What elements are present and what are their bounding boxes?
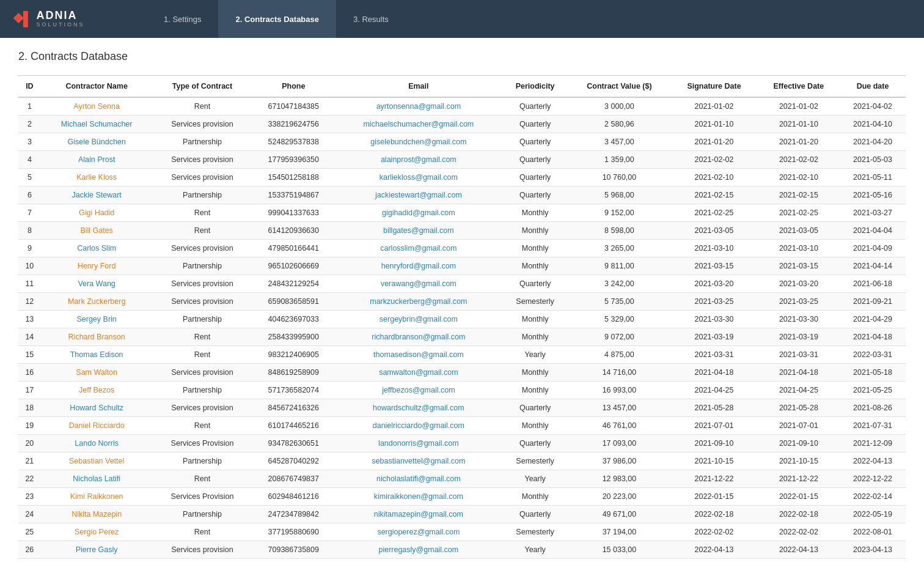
email-cell: howardschultz@gmail.com xyxy=(335,399,502,417)
nav-tabs: 1. Settings2. Contracts Database3. Resul… xyxy=(147,0,406,38)
tab-contracts[interactable]: 2. Contracts Database xyxy=(218,0,336,38)
brand-name: ADNIA xyxy=(37,10,85,22)
cell-3: 848619258909 xyxy=(252,364,335,382)
email-link[interactable]: ayrtonsenna@gmail.com xyxy=(376,102,461,111)
email-cell: pierregasly@gmail.com xyxy=(335,541,502,559)
cell-9: 2021-04-02 xyxy=(840,97,906,116)
email-link[interactable]: gigihadid@gmail.com xyxy=(382,209,455,217)
cell-7: 2022-04-13 xyxy=(670,541,757,559)
email-link[interactable]: henryford@gmail.com xyxy=(381,262,456,270)
cell-3: 258433995900 xyxy=(252,328,335,346)
cell-6: 3 000,00 xyxy=(568,97,671,116)
email-link[interactable]: verawang@gmail.com xyxy=(381,279,457,288)
email-link[interactable]: richardbranson@gmail.com xyxy=(372,333,465,341)
email-link[interactable]: alainprost@gmail.com xyxy=(381,155,457,164)
email-link[interactable]: danielricciardo@gmail.com xyxy=(373,421,464,430)
cell-8: 2021-01-20 xyxy=(758,133,840,151)
contractor-name: Jackie Stewart xyxy=(41,186,153,204)
col-header-email: Email xyxy=(335,76,502,98)
email-cell: sergeybrin@gmail.com xyxy=(335,311,502,328)
contractor-name: Jeff Bezos xyxy=(41,382,153,399)
table-row: 6Jackie StewartPartnership153375194867ja… xyxy=(18,186,906,204)
email-link[interactable]: jackiestewart@gmail.com xyxy=(375,191,462,199)
col-header-periodicity: Periodicity xyxy=(502,76,568,98)
cell-7: 2021-02-25 xyxy=(670,204,757,222)
contractor-name: Daniel Ricciardo xyxy=(41,417,153,435)
cell-0: 14 xyxy=(18,328,41,346)
cell-5: Yearly xyxy=(502,346,568,364)
cell-6: 13 457,00 xyxy=(568,399,671,417)
email-cell: sergioperez@gmail.com xyxy=(335,523,502,541)
cell-9: 2021-05-25 xyxy=(840,382,906,399)
contractor-name: Bill Gates xyxy=(41,222,153,240)
cell-5: Monthly xyxy=(502,204,568,222)
email-link[interactable]: jeffbezos@gmail.com xyxy=(382,386,455,394)
contractor-name: Ayrton Senna xyxy=(41,97,153,116)
cell-2: Rent xyxy=(153,346,252,364)
email-cell: jeffbezos@gmail.com xyxy=(335,382,502,399)
cell-2: Services provision xyxy=(153,116,252,133)
cell-5: Yearly xyxy=(502,470,568,488)
cell-2: Rent xyxy=(153,328,252,346)
email-link[interactable]: carlosslim@gmail.com xyxy=(380,244,457,253)
email-link[interactable]: giselebundchen@gmail.com xyxy=(370,138,466,146)
cell-5: Quarterly xyxy=(502,97,568,116)
cell-7: 2021-10-15 xyxy=(670,452,757,470)
email-link[interactable]: howardschultz@gmail.com xyxy=(373,404,464,412)
email-link[interactable]: landonorris@gmail.com xyxy=(378,439,459,448)
cell-9: 2021-05-11 xyxy=(840,169,906,186)
email-link[interactable]: karliekloss@gmail.com xyxy=(380,173,458,182)
cell-0: 17 xyxy=(18,382,41,399)
email-link[interactable]: kimiraikkonen@gmail.com xyxy=(374,492,463,501)
email-link[interactable]: sergioperez@gmail.com xyxy=(377,528,460,536)
email-link[interactable]: thomasedison@gmail.com xyxy=(373,350,463,359)
cell-5: Quarterly xyxy=(502,151,568,169)
cell-2: Services provision xyxy=(153,151,252,169)
email-link[interactable]: pierregasly@gmail.com xyxy=(378,545,458,554)
cell-6: 3 457,00 xyxy=(568,133,671,151)
contracts-table: IDContractor NameType of ContractPhoneEm… xyxy=(18,75,906,559)
cell-3: 659083658591 xyxy=(252,293,335,311)
email-link[interactable]: sebastianvettel@gmail.com xyxy=(372,457,465,465)
tab-results[interactable]: 3. Results xyxy=(336,0,406,38)
email-link[interactable]: sergeybrin@gmail.com xyxy=(380,315,458,323)
cell-3: 571736582074 xyxy=(252,382,335,399)
cell-2: Partnership xyxy=(153,133,252,151)
cell-9: 2021-12-09 xyxy=(840,435,906,452)
cell-6: 37 194,00 xyxy=(568,523,671,541)
email-cell: alainprost@gmail.com xyxy=(335,151,502,169)
cell-9: 2021-04-18 xyxy=(840,328,906,346)
cell-8: 2021-12-22 xyxy=(758,470,840,488)
email-link[interactable]: nikitamazepin@gmail.com xyxy=(374,510,463,519)
table-row: 1Ayrton SennaRent671047184385ayrtonsenna… xyxy=(18,97,906,116)
email-link[interactable]: samwalton@gmail.com xyxy=(379,368,458,377)
tab-settings[interactable]: 1. Settings xyxy=(147,0,218,38)
cell-7: 2021-03-25 xyxy=(670,293,757,311)
cell-9: 2021-04-04 xyxy=(840,222,906,240)
email-link[interactable]: michaelschumacher@gmail.com xyxy=(363,120,474,128)
main-content: 2. Contracts Database IDContractor NameT… xyxy=(0,38,924,571)
contractor-name: Sebastian Vettel xyxy=(41,452,153,470)
cell-9: 2021-04-10 xyxy=(840,116,906,133)
email-link[interactable]: markzuckerberg@gmail.com xyxy=(370,297,467,306)
cell-2: Rent xyxy=(153,470,252,488)
cell-3: 153375194867 xyxy=(252,186,335,204)
contractor-name: Henry Ford xyxy=(41,257,153,275)
cell-0: 23 xyxy=(18,488,41,506)
table-row: 20Lando NorrisServices Provision93478263… xyxy=(18,435,906,452)
email-link[interactable]: nicholaslatifi@gmail.com xyxy=(376,474,461,483)
email-cell: markzuckerberg@gmail.com xyxy=(335,293,502,311)
email-link[interactable]: billgates@gmail.com xyxy=(383,226,454,235)
table-row: 7Gigi HadidRent999041337633gigihadid@gma… xyxy=(18,204,906,222)
cell-5: Monthly xyxy=(502,488,568,506)
cell-8: 2021-05-28 xyxy=(758,399,840,417)
col-header-signature-date: Signature Date xyxy=(670,76,757,98)
logo-area: ❖▌ ADNIA SOLUTIONS xyxy=(12,10,110,28)
cell-0: 19 xyxy=(18,417,41,435)
cell-7: 2021-03-31 xyxy=(670,346,757,364)
cell-3: 404623697033 xyxy=(252,311,335,328)
cell-5: Quarterly xyxy=(502,169,568,186)
cell-0: 11 xyxy=(18,275,41,293)
cell-7: 2021-03-05 xyxy=(670,222,757,240)
cell-8: 2021-01-10 xyxy=(758,116,840,133)
